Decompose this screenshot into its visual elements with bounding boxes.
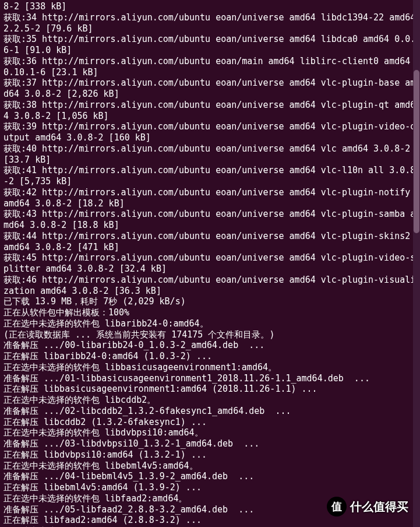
terminal-line: 正在从软件包中解出模板：100%: [3, 307, 417, 318]
terminal-line: 准备解压 .../04-libebml4v5_1.3.9-2_amd64.deb…: [3, 471, 417, 482]
terminal-line: 获取:41 http://mirrors.aliyun.com/ubuntu e…: [3, 165, 417, 187]
terminal-line: 获取:45 http://mirrors.aliyun.com/ubuntu e…: [3, 252, 417, 275]
terminal-line: 正在选中未选择的软件包 libebml4v5:amd64。: [3, 461, 417, 472]
terminal-line: 获取:43 http://mirrors.aliyun.com/ubuntu e…: [3, 209, 417, 231]
terminal-line: 获取:39 http://mirrors.aliyun.com/ubuntu e…: [3, 121, 417, 143]
watermark: 值 什么值得买: [327, 497, 408, 517]
terminal-line: 正在解压 libebml4v5:amd64 (1.3.9-2) ...: [3, 482, 417, 493]
terminal-line: 正在解压 libdvbpsi10:amd64 (1.3.2-1) ...: [3, 449, 417, 461]
scrollbar-track[interactable]: [413, 0, 420, 527]
terminal-line: 获取:37 http://mirrors.aliyun.com/ubuntu e…: [3, 78, 417, 100]
terminal-line: 获取:35 http://mirrors.aliyun.com/ubuntu e…: [3, 34, 417, 56]
terminal-line: 获取:38 http://mirrors.aliyun.com/ubuntu e…: [3, 100, 417, 122]
terminal-line: 正在解压 libcddb2 (1.3.2-6fakesync1) ...: [3, 417, 417, 428]
terminal-line: 准备解压 .../02-libcddb2_1.3.2-6fakesync1_am…: [3, 406, 417, 417]
terminal-line: 正在解压 libbasicusageenvironment1:amd64 (20…: [3, 384, 417, 395]
terminal-line: 获取:42 http://mirrors.aliyun.com/ubuntu e…: [3, 187, 417, 209]
terminal-line: 获取:46 http://mirrors.aliyun.com/ubuntu e…: [3, 275, 417, 297]
terminal-line: 正在解压 libaribb24-0:amd64 (1.0.3-2) ...: [3, 351, 417, 362]
terminal-line: (正在读取数据库 ... 系统当前共安装有 174175 个文件和目录。): [3, 329, 417, 340]
terminal-line: 正在选中未选择的软件包 libcddb2。: [3, 395, 417, 406]
terminal-output[interactable]: 8-2 [338 kB]获取:34 http://mirrors.aliyun.…: [3, 1, 417, 527]
terminal-line: 获取:40 http://mirrors.aliyun.com/ubuntu e…: [3, 143, 417, 166]
terminal-line: 正在解压 libfaad2:amd64 (2.8.8-3.2) ...: [3, 515, 417, 526]
terminal-line: 准备解压 .../01-libbasicusageenvironment1_20…: [3, 373, 417, 384]
terminal-line: 获取:36 http://mirrors.aliyun.com/ubuntu e…: [3, 56, 417, 78]
terminal-line: 准备解压 .../00-libaribb24-0_1.0.3-2_amd64.d…: [3, 340, 417, 351]
terminal-line: 获取:34 http://mirrors.aliyun.com/ubuntu e…: [3, 12, 417, 34]
scrollbar-thumb[interactable]: [414, 70, 419, 233]
watermark-badge-icon: 值: [327, 497, 347, 517]
terminal-line: 获取:44 http://mirrors.aliyun.com/ubuntu e…: [3, 231, 417, 253]
terminal-line: 正在选中未选择的软件包 libbasicusageenvironment1:am…: [3, 362, 417, 373]
watermark-text: 什么值得买: [350, 500, 408, 514]
terminal-line: 正在选中未选择的软件包 libdvbpsi10:amd64。: [3, 427, 417, 438]
terminal-line: 正在选中未选择的软件包 libaribb24-0:amd64。: [3, 318, 417, 329]
terminal-line: 8-2 [338 kB]: [3, 1, 417, 12]
terminal-line: 已下载 13.9 MB，耗时 7秒 (2,029 kB/s): [3, 296, 417, 307]
terminal-line: 准备解压 .../03-libdvbpsi10_1.3.2-1_amd64.de…: [3, 438, 417, 449]
